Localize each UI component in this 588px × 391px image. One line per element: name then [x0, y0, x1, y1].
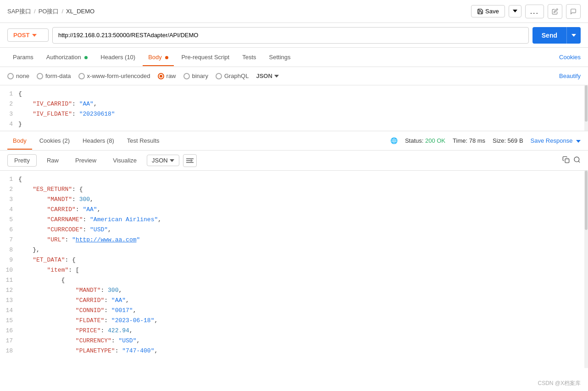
body-type-graphql[interactable]: GraphQL — [216, 73, 249, 79]
watermark: CSDN @X档案库 — [538, 380, 581, 387]
response-json-chevron-icon — [170, 159, 174, 162]
radio-none — [7, 73, 14, 79]
save-button[interactable]: Save — [471, 5, 505, 17]
format-tab-pretty[interactable]: Pretty — [7, 154, 37, 167]
response-json-select[interactable]: JSON — [147, 155, 179, 166]
json-label: JSON — [256, 73, 272, 79]
resp-line-8: 8 }, — [0, 245, 588, 255]
save-dropdown-button[interactable] — [509, 5, 521, 17]
format-tab-visualize[interactable]: Visualize — [106, 155, 143, 166]
resp-tab-body[interactable]: Body — [7, 133, 32, 150]
req-line-2: 2 "IV_CARRID": "AA", — [0, 99, 588, 109]
radio-graphql — [216, 73, 222, 79]
resp-tab-test-results[interactable]: Test Results — [122, 133, 165, 150]
chevron-down-icon — [513, 9, 517, 13]
time-label: Time: 78 ms — [453, 137, 485, 144]
breadcrumb-item-1[interactable]: SAP接口 — [7, 7, 31, 16]
beautify-button[interactable]: Beautify — [559, 73, 581, 79]
send-dropdown-icon[interactable] — [566, 27, 581, 44]
cookies-link[interactable]: Cookies — [559, 54, 581, 61]
url-link[interactable]: http://www.aa.com — [76, 236, 137, 243]
search-button[interactable] — [573, 156, 581, 165]
request-tabs: Params Authorization Headers (10) Body P… — [0, 48, 588, 67]
time-value: 78 ms — [469, 137, 485, 144]
tab-body[interactable]: Body — [143, 49, 174, 66]
svg-point-4 — [574, 157, 579, 162]
radio-raw — [158, 73, 164, 79]
resp-scrollbar-track[interactable] — [584, 171, 588, 368]
breadcrumb: SAP接口 / PO接口 / XL_DEMO — [7, 7, 94, 16]
body-type-none[interactable]: none — [7, 73, 29, 79]
radio-form-data — [37, 73, 43, 79]
resp-line-7: 7 "URL": "http://www.aa.com" — [0, 235, 588, 245]
resp-tab-cookies[interactable]: Cookies (2) — [34, 133, 75, 150]
save-response-button[interactable]: Save Response — [531, 137, 581, 144]
method-chevron-icon — [32, 34, 37, 37]
body-type-form-data[interactable]: form-data — [37, 73, 71, 79]
resp-line-3: 3 "MANDT": 300, — [0, 195, 588, 205]
edit-icon — [552, 8, 558, 15]
body-type-raw[interactable]: raw — [158, 73, 176, 79]
json-format-select[interactable]: JSON — [256, 73, 278, 79]
resp-line-12: 12 "MANDT": 300, — [0, 285, 588, 296]
more-button[interactable]: ... — [525, 5, 544, 18]
tab-headers[interactable]: Headers (10) — [95, 49, 141, 66]
resp-line-6: 6 "CURRCODE": "USD", — [0, 225, 588, 235]
response-json-label: JSON — [152, 157, 168, 164]
resp-scrollbar-thumb[interactable] — [585, 171, 588, 230]
response-format-row: Pretty Raw Preview Visualize JSON — [0, 151, 588, 171]
resp-line-18: 18 "PLANETYPE": "747-400", — [0, 346, 588, 356]
body-dot — [165, 56, 168, 59]
tab-tests[interactable]: Tests — [237, 49, 261, 66]
resp-line-11: 11 { — [0, 275, 588, 285]
globe-icon: 🌐 — [390, 137, 398, 144]
tab-params[interactable]: Params — [7, 49, 39, 66]
top-bar: SAP接口 / PO接口 / XL_DEMO Save ... — [0, 0, 588, 23]
resp-line-14: 14 "CONNID": "0017", — [0, 306, 588, 316]
breadcrumb-item-2[interactable]: PO接口 — [39, 7, 59, 16]
svg-line-5 — [578, 161, 580, 162]
response-body-container[interactable]: 1 { 2 "ES_RETURN": { 3 "MANDT": 300, 4 "… — [0, 171, 588, 368]
send-label: Send — [533, 27, 566, 44]
breadcrumb-sep-1: / — [34, 8, 36, 15]
copy-icon — [562, 156, 570, 163]
status-label: Status: 200 OK — [405, 137, 445, 144]
url-input[interactable] — [52, 27, 529, 44]
radio-urlencoded — [78, 73, 85, 79]
save-icon — [477, 8, 483, 15]
method-label: POST — [13, 32, 29, 39]
top-actions: Save ... — [471, 4, 581, 19]
breadcrumb-sep-2: / — [61, 8, 63, 15]
resp-line-13: 13 "CARRID": "AA", — [0, 296, 588, 306]
resp-line-10: 10 "item": [ — [0, 265, 588, 275]
method-select[interactable]: POST — [7, 28, 49, 42]
req-scrollbar-track[interactable] — [584, 85, 588, 131]
send-chevron-icon — [571, 34, 576, 37]
response-status-bar: 🌐 Status: 200 OK Time: 78 ms Size: 569 B… — [390, 137, 581, 144]
format-tab-preview[interactable]: Preview — [69, 155, 103, 166]
url-bar: POST Send — [0, 23, 588, 48]
radio-binary — [183, 73, 190, 79]
comment-icon-button[interactable] — [566, 4, 581, 19]
svg-rect-3 — [565, 159, 569, 163]
body-type-urlencoded[interactable]: x-www-form-urlencoded — [78, 73, 150, 79]
save-response-chevron-icon — [576, 140, 581, 143]
tab-pre-request[interactable]: Pre-request Script — [176, 49, 235, 66]
response-tabs: Body Cookies (2) Headers (8) Test Result… — [0, 131, 588, 151]
save-label: Save — [485, 8, 499, 15]
resp-line-15: 15 "FLDATE": "2023-06-18", — [0, 316, 588, 326]
tab-authorization[interactable]: Authorization — [41, 49, 94, 66]
copy-button[interactable] — [562, 156, 570, 165]
resp-tab-headers[interactable]: Headers (8) — [77, 133, 120, 150]
body-type-binary[interactable]: binary — [183, 73, 208, 79]
response-actions — [562, 156, 581, 165]
size-label: Size: 569 B — [493, 137, 523, 144]
format-tab-raw[interactable]: Raw — [40, 155, 65, 166]
wrap-button[interactable] — [183, 154, 197, 167]
req-scrollbar-thumb[interactable] — [585, 85, 588, 122]
edit-icon-button[interactable] — [548, 4, 562, 19]
tab-settings[interactable]: Settings — [264, 49, 296, 66]
send-button[interactable]: Send — [533, 27, 581, 44]
body-type-row: none form-data x-www-form-urlencoded raw… — [0, 67, 588, 85]
request-body-editor[interactable]: 1 { 2 "IV_CARRID": "AA", 3 "IV_FLDATE": … — [0, 85, 588, 131]
